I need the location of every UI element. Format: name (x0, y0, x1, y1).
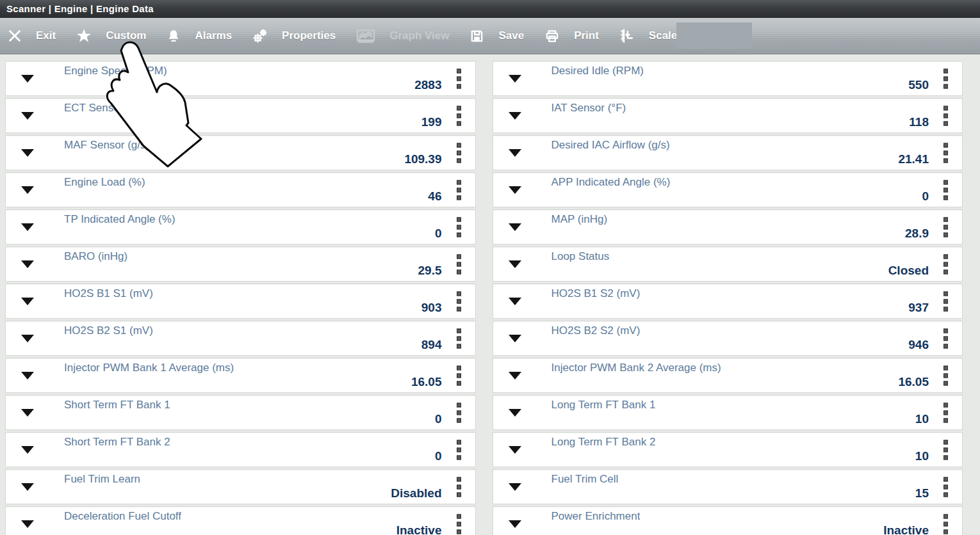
parameter-value: Closed (888, 264, 929, 278)
kebab-menu-icon[interactable] (457, 68, 461, 88)
parameter-value: 118 (909, 115, 929, 129)
toolbar-button-print[interactable]: Print (534, 18, 609, 54)
scale-icon (619, 28, 635, 44)
parameter-value: Disabled (391, 486, 441, 500)
kebab-menu-icon[interactable] (457, 328, 461, 348)
toolbar-button-scale[interactable]: Scale (609, 18, 687, 54)
kebab-menu-icon[interactable] (943, 477, 948, 497)
parameter-row[interactable]: APP Indicated Angle (%) 0 (493, 172, 963, 207)
kebab-menu-icon[interactable] (457, 514, 461, 534)
save-icon (470, 29, 484, 44)
expand-triangle-icon[interactable] (21, 372, 34, 379)
kebab-menu-icon[interactable] (943, 403, 948, 422)
parameter-row[interactable]: HO2S B2 S1 (mV) 894 (5, 321, 476, 356)
kebab-menu-icon[interactable] (457, 180, 461, 200)
parameter-value: 946 (908, 338, 929, 352)
expand-triangle-icon[interactable] (509, 409, 521, 417)
parameter-column-right: Desired Idle (RPM) 550 IAT Sensor (°F) 1… (493, 61, 963, 535)
expand-triangle-icon[interactable] (509, 75, 521, 83)
parameter-value: 199 (421, 115, 442, 129)
parameter-row[interactable]: Desired Idle (RPM) 550 (493, 61, 963, 96)
parameter-row[interactable]: HO2S B1 S1 (mV) 903 (5, 283, 476, 319)
kebab-menu-icon[interactable] (943, 365, 948, 385)
kebab-menu-icon[interactable] (943, 217, 948, 237)
kebab-menu-icon[interactable] (457, 254, 461, 274)
toolbar-button-custom[interactable]: Custom (66, 18, 156, 54)
parameter-row[interactable]: HO2S B2 S2 (mV) 946 (493, 321, 963, 356)
kebab-menu-icon[interactable] (457, 440, 461, 459)
parameter-name: Injector PWM Bank 2 Average (ms) (551, 362, 721, 374)
parameter-row[interactable]: Long Term FT Bank 1 10 (493, 395, 963, 430)
parameter-row[interactable]: TP Indicated Angle (%) 0 (5, 209, 476, 244)
parameter-row[interactable]: Fuel Trim Cell 15 (493, 469, 963, 504)
toolbar-button-exit[interactable]: Exit (0, 18, 66, 54)
expand-triangle-icon[interactable] (21, 186, 34, 194)
toolbar-button-properties[interactable]: Properties (242, 18, 346, 54)
expand-triangle-icon[interactable] (21, 223, 34, 231)
kebab-menu-icon[interactable] (943, 106, 948, 125)
kebab-menu-icon[interactable] (943, 143, 948, 163)
expand-triangle-icon[interactable] (21, 446, 34, 454)
expand-triangle-icon[interactable] (21, 75, 34, 83)
parameter-row[interactable]: Loop Status Closed (493, 246, 963, 282)
parameter-row[interactable]: Short Term FT Bank 2 0 (5, 432, 476, 467)
kebab-menu-icon[interactable] (943, 68, 948, 88)
kebab-menu-icon[interactable] (457, 477, 461, 497)
expand-triangle-icon[interactable] (21, 260, 34, 268)
kebab-menu-icon[interactable] (943, 328, 948, 348)
expand-triangle-icon[interactable] (509, 149, 521, 157)
kebab-menu-icon[interactable] (457, 143, 461, 163)
toolbar-button-save[interactable]: Save (459, 18, 534, 54)
parameter-row[interactable]: Long Term FT Bank 2 10 (493, 432, 963, 467)
kebab-menu-icon[interactable] (457, 217, 461, 237)
kebab-menu-icon[interactable] (943, 514, 948, 534)
parameter-row[interactable]: Injector PWM Bank 2 Average (ms) 16.05 (493, 358, 963, 393)
parameter-row[interactable]: Engine Speed (RPM) 2883 (5, 61, 476, 96)
parameter-row[interactable]: Injector PWM Bank 1 Average (ms) 16.05 (5, 358, 476, 393)
expand-triangle-icon[interactable] (509, 483, 521, 491)
parameter-row[interactable]: Power Enrichment Inactive (493, 506, 963, 535)
parameter-row[interactable]: Engine Load (%) 46 (5, 172, 476, 207)
kebab-menu-icon[interactable] (457, 403, 461, 422)
parameter-row[interactable]: Short Term FT Bank 1 0 (5, 395, 476, 430)
expand-triangle-icon[interactable] (509, 260, 521, 268)
expand-triangle-icon[interactable] (21, 298, 34, 305)
expand-triangle-icon[interactable] (21, 409, 34, 417)
kebab-menu-icon[interactable] (943, 291, 948, 311)
parameter-row[interactable]: IAT Sensor (°F) 118 (493, 98, 963, 133)
expand-triangle-icon[interactable] (509, 372, 521, 379)
expand-triangle-icon[interactable] (21, 112, 34, 120)
expand-triangle-icon[interactable] (509, 186, 521, 194)
parameter-value: 0 (435, 227, 442, 241)
kebab-menu-icon[interactable] (943, 254, 948, 274)
parameter-row[interactable]: BARO (inHg) 29.5 (5, 246, 476, 282)
parameter-row[interactable]: ECT Sensor (°F) 199 (5, 98, 476, 133)
toolbar-button-alarms[interactable]: Alarms (156, 18, 242, 54)
kebab-menu-icon[interactable] (943, 440, 948, 459)
kebab-menu-icon[interactable] (457, 365, 461, 385)
parameter-row[interactable]: HO2S B1 S2 (mV) 937 (493, 283, 963, 319)
expand-triangle-icon[interactable] (509, 298, 521, 305)
parameter-row[interactable]: Desired IAC Airflow (g/s) 21.41 (493, 135, 963, 170)
expand-triangle-icon[interactable] (509, 520, 521, 528)
expand-triangle-icon[interactable] (21, 335, 34, 342)
parameter-name: TP Indicated Angle (%) (64, 213, 176, 226)
expand-triangle-icon[interactable] (21, 483, 34, 491)
kebab-menu-icon[interactable] (943, 180, 948, 200)
parameter-name: Power Enrichment (551, 510, 641, 523)
expand-triangle-icon[interactable] (509, 446, 521, 454)
expand-triangle-icon[interactable] (21, 149, 34, 157)
expand-triangle-icon[interactable] (509, 335, 521, 342)
parameter-value: 2883 (414, 78, 441, 92)
parameter-row[interactable]: Deceleration Fuel Cutoff Inactive (5, 506, 476, 535)
parameter-row[interactable]: MAP (inHg) 28.9 (493, 209, 963, 244)
breadcrumb: Scanner | Engine | Engine Data (0, 0, 980, 18)
parameter-row[interactable]: MAF Sensor (g/s) 109.39 (5, 135, 476, 170)
expand-triangle-icon[interactable] (21, 520, 34, 528)
kebab-menu-icon[interactable] (457, 291, 461, 311)
kebab-menu-icon[interactable] (457, 106, 461, 125)
expand-triangle-icon[interactable] (509, 223, 521, 231)
expand-triangle-icon[interactable] (509, 112, 521, 120)
parameter-value: 16.05 (898, 375, 929, 389)
parameter-row[interactable]: Fuel Trim Learn Disabled (5, 469, 476, 504)
